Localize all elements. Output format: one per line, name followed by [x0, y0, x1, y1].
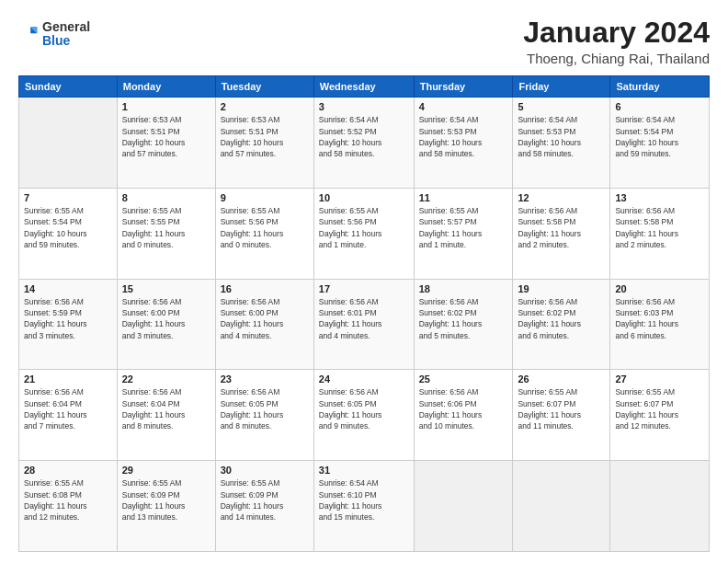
day-number: 31: [319, 465, 409, 476]
title-block: January 2024 Thoeng, Chiang Rai, Thailan…: [523, 17, 710, 66]
day-number: 11: [419, 192, 508, 203]
day-number: 30: [221, 465, 309, 476]
calendar-cell: 22Sunrise: 6:56 AM Sunset: 6:04 PM Dayli…: [117, 370, 215, 461]
day-number: 19: [518, 283, 605, 294]
day-info: Sunrise: 6:54 AM Sunset: 5:54 PM Dayligh…: [615, 114, 704, 159]
day-info: Sunrise: 6:56 AM Sunset: 6:04 PM Dayligh…: [24, 386, 112, 431]
day-number: 24: [319, 373, 409, 385]
day-info: Sunrise: 6:55 AM Sunset: 6:08 PM Dayligh…: [24, 477, 112, 523]
calendar-cell: 8Sunrise: 6:55 AM Sunset: 5:55 PM Daylig…: [117, 188, 215, 279]
day-info: Sunrise: 6:54 AM Sunset: 6:10 PM Dayligh…: [319, 477, 409, 523]
calendar-cell: 31Sunrise: 6:54 AM Sunset: 6:10 PM Dayli…: [313, 461, 414, 552]
calendar-cell: 25Sunrise: 6:56 AM Sunset: 6:06 PM Dayli…: [414, 370, 513, 461]
day-number: 26: [518, 373, 605, 385]
weekday-header: Tuesday: [215, 76, 313, 98]
day-number: 1: [122, 101, 210, 112]
calendar-header: SundayMondayTuesdayWednesdayThursdayFrid…: [19, 76, 710, 98]
day-number: 15: [122, 283, 210, 294]
calendar-cell: 5Sunrise: 6:54 AM Sunset: 5:53 PM Daylig…: [513, 98, 610, 189]
day-info: Sunrise: 6:54 AM Sunset: 5:53 PM Dayligh…: [518, 114, 605, 159]
calendar-cell: 30Sunrise: 6:55 AM Sunset: 6:09 PM Dayli…: [215, 461, 313, 552]
day-number: 27: [615, 373, 704, 385]
day-number: 29: [122, 465, 210, 476]
calendar-cell: 26Sunrise: 6:55 AM Sunset: 6:07 PM Dayli…: [513, 370, 610, 461]
day-number: 16: [221, 283, 309, 294]
day-info: Sunrise: 6:56 AM Sunset: 6:02 PM Dayligh…: [419, 296, 508, 341]
day-number: 22: [122, 373, 210, 385]
calendar-cell: 14Sunrise: 6:56 AM Sunset: 5:59 PM Dayli…: [19, 279, 118, 370]
page-header: General Blue January 2024 Thoeng, Chiang…: [18, 17, 710, 66]
day-number: 8: [122, 192, 210, 203]
day-info: Sunrise: 6:56 AM Sunset: 6:05 PM Dayligh…: [319, 386, 409, 431]
month-title: January 2024: [523, 17, 710, 49]
calendar-week: 28Sunrise: 6:55 AM Sunset: 6:08 PM Dayli…: [19, 461, 710, 552]
logo-general: General: [42, 20, 90, 34]
day-info: Sunrise: 6:56 AM Sunset: 6:00 PM Dayligh…: [122, 296, 210, 341]
day-info: Sunrise: 6:56 AM Sunset: 5:58 PM Dayligh…: [518, 205, 605, 250]
calendar-cell: 23Sunrise: 6:56 AM Sunset: 6:05 PM Dayli…: [215, 370, 313, 461]
day-info: Sunrise: 6:55 AM Sunset: 5:55 PM Dayligh…: [122, 205, 210, 250]
day-number: 17: [319, 283, 409, 294]
day-number: 21: [24, 373, 112, 385]
day-info: Sunrise: 6:55 AM Sunset: 5:56 PM Dayligh…: [221, 205, 309, 250]
calendar-cell: 9Sunrise: 6:55 AM Sunset: 5:56 PM Daylig…: [215, 188, 313, 279]
day-info: Sunrise: 6:55 AM Sunset: 5:56 PM Dayligh…: [319, 205, 409, 250]
day-info: Sunrise: 6:56 AM Sunset: 5:59 PM Dayligh…: [24, 296, 112, 341]
calendar-cell: [19, 98, 118, 189]
calendar-cell: 15Sunrise: 6:56 AM Sunset: 6:00 PM Dayli…: [117, 279, 215, 370]
calendar-cell: 1Sunrise: 6:53 AM Sunset: 5:51 PM Daylig…: [117, 98, 215, 189]
weekday-header: Saturday: [610, 76, 710, 98]
calendar-cell: [513, 461, 610, 552]
day-number: 3: [319, 101, 409, 112]
day-info: Sunrise: 6:56 AM Sunset: 5:58 PM Dayligh…: [615, 205, 704, 250]
calendar-cell: 3Sunrise: 6:54 AM Sunset: 5:52 PM Daylig…: [313, 98, 414, 189]
calendar-cell: [610, 461, 710, 552]
day-info: Sunrise: 6:54 AM Sunset: 5:52 PM Dayligh…: [319, 114, 409, 159]
calendar-cell: 29Sunrise: 6:55 AM Sunset: 6:09 PM Dayli…: [117, 461, 215, 552]
calendar-week: 7Sunrise: 6:55 AM Sunset: 5:54 PM Daylig…: [19, 188, 710, 279]
day-info: Sunrise: 6:55 AM Sunset: 5:54 PM Dayligh…: [24, 205, 112, 250]
day-info: Sunrise: 6:54 AM Sunset: 5:53 PM Dayligh…: [419, 114, 508, 159]
calendar-cell: 18Sunrise: 6:56 AM Sunset: 6:02 PM Dayli…: [414, 279, 513, 370]
day-number: 25: [419, 373, 508, 385]
day-info: Sunrise: 6:56 AM Sunset: 6:03 PM Dayligh…: [615, 296, 704, 341]
day-info: Sunrise: 6:56 AM Sunset: 6:00 PM Dayligh…: [221, 296, 309, 341]
day-number: 5: [518, 101, 605, 112]
day-info: Sunrise: 6:53 AM Sunset: 5:51 PM Dayligh…: [221, 114, 309, 159]
calendar-cell: 4Sunrise: 6:54 AM Sunset: 5:53 PM Daylig…: [414, 98, 513, 189]
day-number: 2: [221, 101, 309, 112]
day-number: 9: [221, 192, 309, 203]
logo-icon: [18, 24, 39, 44]
calendar-week: 21Sunrise: 6:56 AM Sunset: 6:04 PM Dayli…: [19, 370, 710, 461]
day-number: 12: [518, 192, 605, 203]
calendar-week: 14Sunrise: 6:56 AM Sunset: 5:59 PM Dayli…: [19, 279, 710, 370]
logo: General Blue: [18, 20, 90, 49]
day-info: Sunrise: 6:56 AM Sunset: 6:01 PM Dayligh…: [319, 296, 409, 341]
day-info: Sunrise: 6:55 AM Sunset: 6:07 PM Dayligh…: [615, 386, 704, 431]
calendar-week: 1Sunrise: 6:53 AM Sunset: 5:51 PM Daylig…: [19, 98, 710, 189]
day-number: 23: [221, 373, 309, 385]
calendar-cell: 16Sunrise: 6:56 AM Sunset: 6:00 PM Dayli…: [215, 279, 313, 370]
day-number: 20: [615, 283, 704, 294]
calendar-cell: 19Sunrise: 6:56 AM Sunset: 6:02 PM Dayli…: [513, 279, 610, 370]
weekday-header: Monday: [117, 76, 215, 98]
day-info: Sunrise: 6:55 AM Sunset: 6:07 PM Dayligh…: [518, 386, 605, 431]
calendar-cell: 21Sunrise: 6:56 AM Sunset: 6:04 PM Dayli…: [19, 370, 118, 461]
day-number: 14: [24, 283, 112, 294]
calendar-cell: 7Sunrise: 6:55 AM Sunset: 5:54 PM Daylig…: [19, 188, 118, 279]
day-info: Sunrise: 6:55 AM Sunset: 6:09 PM Dayligh…: [221, 477, 309, 523]
day-number: 4: [419, 101, 508, 112]
calendar-cell: 11Sunrise: 6:55 AM Sunset: 5:57 PM Dayli…: [414, 188, 513, 279]
day-number: 6: [615, 101, 704, 112]
day-number: 28: [24, 465, 112, 476]
day-number: 7: [24, 192, 112, 203]
day-number: 10: [319, 192, 409, 203]
calendar-cell: 20Sunrise: 6:56 AM Sunset: 6:03 PM Dayli…: [610, 279, 710, 370]
calendar-cell: 10Sunrise: 6:55 AM Sunset: 5:56 PM Dayli…: [313, 188, 414, 279]
logo-blue: Blue: [42, 34, 90, 48]
weekday-header: Thursday: [414, 76, 513, 98]
weekday-header: Wednesday: [313, 76, 414, 98]
logo-text: General Blue: [42, 20, 90, 49]
weekday-header: Friday: [513, 76, 610, 98]
calendar-cell: 28Sunrise: 6:55 AM Sunset: 6:08 PM Dayli…: [19, 461, 118, 552]
